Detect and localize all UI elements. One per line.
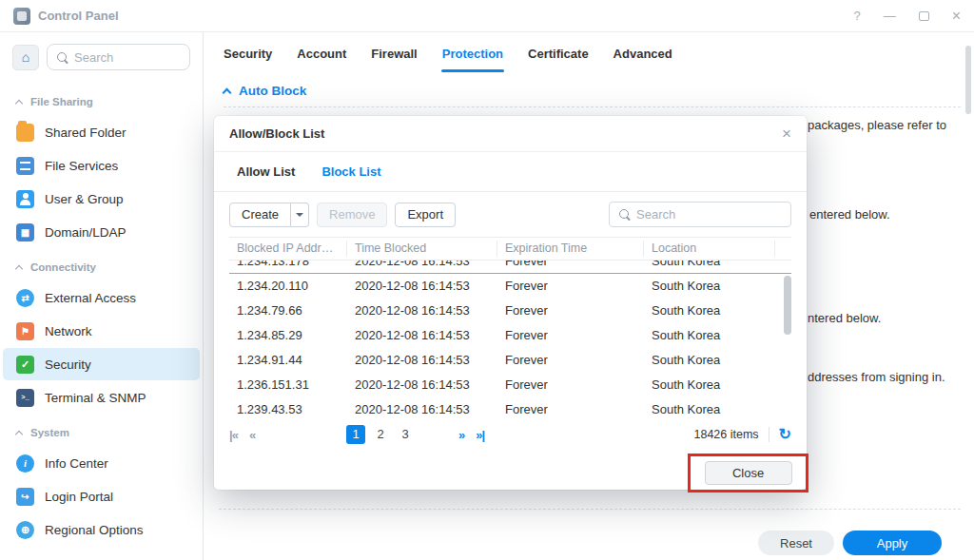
cell-expiration: Forever [497,261,644,274]
background-text-fragment: ddresses from signing in. [808,370,945,384]
tab-certificate[interactable]: Certificate [516,32,601,74]
cell-time: 2020-12-08 16:14:53 [347,261,497,274]
create-button[interactable]: Create [229,203,291,227]
page-button-2[interactable]: 2 [371,425,390,444]
table-row-clipped[interactable]: 1.234.13.178 2020-12-08 16:14:53 Forever… [229,261,791,274]
sidebar-item-login-portal[interactable]: ↪ Login Portal [3,480,200,512]
target-annotation-box: Close [688,454,808,492]
sidebar-item-terminal-snmp[interactable]: >_ Terminal & SNMP [3,381,200,414]
sidebar-item-external-access[interactable]: ⇄ External Access [3,281,200,314]
column-location[interactable]: Location [644,241,775,257]
close-window-button[interactable]: × [952,9,961,24]
dialog-close-icon[interactable]: × [782,126,791,142]
chevron-up-icon [15,264,23,272]
network-icon: ⚑ [16,322,34,340]
previous-page-button[interactable]: « [249,428,255,442]
background-text-fragment: packages, please refer to [808,118,946,132]
chevron-up-icon [15,430,23,437]
sidebar-search-input[interactable] [74,50,181,65]
dialog-search-input[interactable] [636,207,782,222]
chevron-up-icon [223,88,232,98]
cell-location: South Korea [644,397,775,422]
cell-time: 2020-12-08 16:14:53 [347,373,497,397]
domain-ldap-icon: ▦ [16,223,34,241]
section-label: Connectivity [30,261,96,273]
cell-ip: 1.234.79.66 [229,299,347,323]
sidebar-item-regional-options[interactable]: ⊕ Regional Options [3,513,200,546]
column-blocked-ip[interactable]: Blocked IP Addr… [229,241,347,257]
last-page-button[interactable]: »| [476,428,484,442]
cell-time: 2020-12-08 16:14:53 [347,274,497,299]
sidebar-item-domain-ldap[interactable]: ▦ Domain/LDAP [3,216,200,248]
sidebar-item-label: Terminal & SNMP [45,391,146,405]
cell-time: 2020-12-08 16:14:53 [347,323,497,348]
maximize-button[interactable] [919,11,929,21]
background-text-fragment: entered below. [809,207,890,222]
sidebar-item-info-center[interactable]: i Info Center [3,447,200,479]
auto-block-section-header[interactable]: Auto Block [224,84,306,98]
tab-security[interactable]: Security [211,32,284,74]
cell-location: South Korea [644,274,775,299]
sidebar-item-user-group[interactable]: User & Group [3,183,200,215]
sidebar-section-connectivity[interactable]: Connectivity [0,249,203,280]
minimize-button[interactable]: — [884,10,896,22]
tab-firewall[interactable]: Firewall [359,32,429,74]
cell-expiration: Forever [497,299,644,323]
sidebar-item-label: File Services [45,159,118,173]
cell-ip: 1.234.91.44 [229,348,347,373]
auto-block-title: Auto Block [239,84,306,98]
table-row[interactable]: 1.236.151.31 2020-12-08 16:14:53 Forever… [229,373,791,397]
dialog-search[interactable] [609,202,791,227]
column-time-blocked[interactable]: Time Blocked [347,241,497,257]
help-button[interactable]: ? [853,10,860,22]
apply-button[interactable]: Apply [843,531,942,555]
column-expiration-time[interactable]: Expiration Time [497,241,644,257]
remove-button[interactable]: Remove [317,203,387,227]
first-page-button[interactable]: |« [229,428,238,442]
table-row[interactable]: 1.234.91.44 2020-12-08 16:14:53 Forever … [229,348,791,373]
tab-account[interactable]: Account [284,32,359,74]
home-button[interactable]: ⌂ [12,45,39,70]
table-body: 1.234.13.178 2020-12-08 16:14:53 Forever… [229,261,791,422]
sidebar-item-security[interactable]: ✓ Security [3,348,200,380]
search-icon [56,51,68,64]
tab-block-list[interactable]: Block List [321,164,380,179]
sidebar-item-shared-folder[interactable]: Shared Folder [3,116,200,148]
page-button-3[interactable]: 3 [396,425,415,444]
sidebar-search[interactable] [47,44,190,70]
user-group-icon [16,190,34,208]
chevron-up-icon [15,99,23,106]
scrollbar-thumb[interactable] [784,276,791,335]
next-page-button[interactable]: » [458,428,464,442]
background-text-fragment: ntered below. [808,311,881,325]
sidebar-section-file-sharing[interactable]: File Sharing [0,84,203,115]
table-row[interactable]: 1.234.79.66 2020-12-08 16:14:53 Forever … [229,299,791,323]
sidebar: ⌂ File Sharing Shared Folder File Servic… [0,32,204,560]
export-button[interactable]: Export [395,203,456,227]
page-button-1[interactable]: 1 [346,425,365,444]
table-row[interactable]: 1.234.85.29 2020-12-08 16:14:53 Forever … [229,323,791,348]
regional-options-icon: ⊕ [16,521,34,539]
tab-protection[interactable]: Protection [430,32,516,74]
close-button[interactable]: Close [705,461,792,485]
table-row[interactable]: 1.234.20.110 2020-12-08 16:14:53 Forever… [229,274,791,299]
cell-expiration: Forever [497,323,644,348]
tab-advanced[interactable]: Advanced [601,32,685,74]
cell-location: South Korea [644,373,775,397]
tab-allow-list[interactable]: Allow List [237,164,295,179]
shared-folder-icon [16,124,34,142]
table-scrollbar[interactable] [784,262,791,415]
refresh-icon[interactable]: ↻ [779,427,791,442]
cell-expiration: Forever [497,348,644,373]
main-scrollbar[interactable] [965,46,971,114]
table-header: Blocked IP Addr… Time Blocked Expiration… [229,237,791,261]
sidebar-item-network[interactable]: ⚑ Network [3,315,200,347]
sidebar-item-file-services[interactable]: File Services [3,149,200,182]
divider [769,427,769,442]
table-row[interactable]: 1.239.43.53 2020-12-08 16:14:53 Forever … [229,397,791,422]
create-dropdown-button[interactable] [291,203,309,227]
cell-expiration: Forever [497,397,644,422]
sidebar-item-label: External Access [45,291,136,305]
reset-button[interactable]: Reset [758,531,834,555]
sidebar-section-system[interactable]: System [0,415,203,446]
